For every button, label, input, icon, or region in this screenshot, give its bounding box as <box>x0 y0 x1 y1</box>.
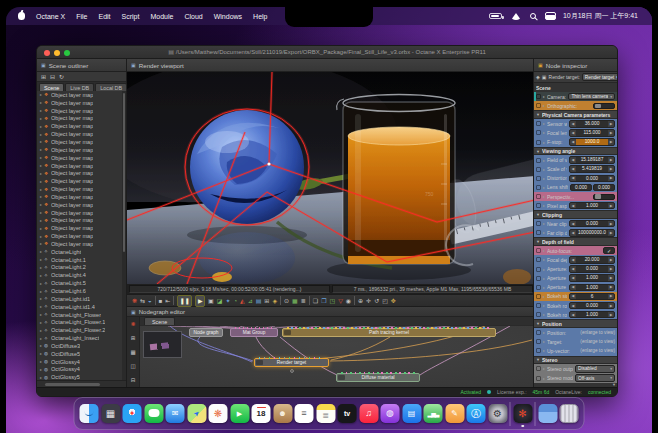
clay-mode-icon[interactable]: ◔ <box>233 296 237 306</box>
outliner-item[interactable]: ▸ Object layer map <box>37 146 122 154</box>
row-caret-icon[interactable]: ▸ <box>543 348 545 353</box>
inspector-row[interactable]: ▼ ▸ Focal length: ◀ 115.000 ▶ 115.000 <box>534 128 617 137</box>
expand-caret-icon[interactable]: ▸ <box>40 132 42 137</box>
scene-outliner-header[interactable]: ▣ Scene outliner <box>37 59 126 72</box>
spin-value[interactable]: 1.000 <box>576 285 608 291</box>
outliner-item[interactable]: ▸ Object layer map <box>37 177 122 185</box>
inspector-row[interactable]: ▼ ▸ Lens shift: ◀ 0.000 ▶ 0.000 <box>534 183 617 192</box>
node-pin-box[interactable] <box>536 230 541 235</box>
spin-control[interactable]: ◀ 0.000 ▶ <box>569 302 615 310</box>
row-caret-icon[interactable]: ▸ <box>543 276 545 281</box>
dock-mail-icon[interactable]: ✉ <box>166 404 185 423</box>
spin-increase-icon[interactable]: ▶ <box>608 231 614 235</box>
node-pin-box[interactable] <box>536 176 541 181</box>
node-pin-box[interactable] <box>536 130 541 135</box>
spin-value[interactable]: 1.000 <box>576 203 608 209</box>
refresh-icon[interactable]: ↻ <box>59 72 64 82</box>
expand-caret-icon[interactable]: ▸ <box>40 226 42 231</box>
outliner-vertical-scrollbar[interactable] <box>122 91 126 380</box>
outliner-item[interactable]: ▸ OctaneLight_Flower.1 <box>37 318 122 326</box>
dock-octane-x-icon[interactable]: ✻ <box>513 404 532 423</box>
node-graph-node[interactable]: Node graph <box>189 328 223 337</box>
spin-control[interactable]: ◀ 0.000 ▶ <box>569 265 615 273</box>
expand-caret-icon[interactable]: ▸ <box>40 336 42 341</box>
outliner-item[interactable]: ▸ Object layer map <box>37 224 122 232</box>
spin-control[interactable]: ◀ 1.000 ▶ <box>569 202 615 210</box>
render-icon[interactable]: ▶ <box>195 295 205 307</box>
node-pin-box[interactable] <box>536 94 541 99</box>
dock-facetime-icon[interactable]: ▶ <box>230 404 249 423</box>
node-pin-box[interactable] <box>536 303 541 308</box>
outliner-tab[interactable]: Live DB <box>65 83 94 91</box>
section-caret-icon[interactable]: ▼ <box>536 112 540 117</box>
node-pin-box[interactable] <box>536 167 541 172</box>
checkbox[interactable]: ✓ <box>603 247 615 254</box>
mat-group-node[interactable]: Mat Group <box>230 328 278 337</box>
restart-icon[interactable]: ⇤ <box>165 296 170 306</box>
node-pin-box[interactable] <box>536 203 541 208</box>
expand-caret-icon[interactable]: ▸ <box>40 367 42 372</box>
outliner-tab[interactable]: Local DB <box>95 83 127 91</box>
spin-control[interactable]: ◀ 36.000 ▶ <box>569 120 615 128</box>
expand-caret-icon[interactable]: ▸ <box>40 257 42 262</box>
control-center-icon[interactable] <box>545 12 554 20</box>
inspector-row[interactable]: ▼ ▸ Perspectiv... ◀ ▶ <box>534 192 617 201</box>
row-caret-icon[interactable]: ▸ <box>543 257 545 262</box>
save-image-icon[interactable]: ❐ <box>321 296 326 306</box>
node-pin-box[interactable] <box>536 294 541 299</box>
spin-control[interactable]: ◀ 0.000 ▶ <box>569 175 615 183</box>
outliner-item[interactable]: ▸ Object layer map <box>37 185 122 193</box>
minimize-button[interactable] <box>54 50 60 56</box>
dock-pages-icon[interactable]: ✎ <box>445 404 464 423</box>
expand-caret-icon[interactable]: ▸ <box>40 155 42 160</box>
spin-value[interactable]: 6 <box>576 294 608 300</box>
expand-caret-icon[interactable]: ▸ <box>40 312 42 317</box>
spin-control[interactable]: ◀ 20.000 ▶ <box>569 256 615 264</box>
row-caret-icon[interactable]: ▸ <box>543 94 545 99</box>
row-caret-icon[interactable]: ▸ <box>543 294 545 299</box>
toggle[interactable] <box>593 103 615 109</box>
row-caret-icon[interactable]: ▸ <box>543 330 545 335</box>
expand-caret-icon[interactable]: ▸ <box>40 108 42 113</box>
ungroup-nodes-icon[interactable]: ⊟ <box>131 375 136 385</box>
inspector-row[interactable]: ▼ ▸ F-stop: ◀ 1000.0 ▶ 1000.0 <box>534 138 617 147</box>
dock-calendar-icon[interactable]: 18 <box>252 404 271 423</box>
inspector-row[interactable]: ▼ ▸ Bokeh rounded: ◀ 1.000 ▶ 1.000 <box>534 310 617 319</box>
dock-appstore-icon[interactable]: Ⓐ <box>467 404 486 423</box>
row-caret-icon[interactable]: ▸ <box>543 194 545 199</box>
inspector-row[interactable]: ▼ ▸ Stereo output: ◀ Disabled ▶ Disabled <box>534 364 617 373</box>
spin-control[interactable]: ◀ 1.000 ▶ <box>569 274 615 282</box>
divider[interactable] <box>280 296 281 305</box>
expand-caret-icon[interactable]: ▸ <box>40 163 42 168</box>
copy-image-icon[interactable]: ❏ <box>313 296 318 306</box>
inspector-row[interactable]: ▼ ▸ Near clip depth: ◀ 0.000 ▶ 0.000 <box>534 219 617 228</box>
objects-icon[interactable]: ⊞ <box>264 296 269 306</box>
spin-increase-icon[interactable]: ▶ <box>608 131 614 135</box>
expand-caret-icon[interactable]: ▸ <box>40 171 42 176</box>
dock-finder-icon[interactable] <box>80 404 99 423</box>
render-log-icon[interactable]: ≣ <box>301 296 306 306</box>
document-proxy-icon[interactable]: ▤ <box>168 49 174 55</box>
subsample-icon[interactable]: ◪ <box>217 296 223 306</box>
node-pin-box[interactable] <box>536 185 541 190</box>
spin-increase-icon[interactable]: ▶ <box>608 222 614 226</box>
expand-caret-icon[interactable]: ▸ <box>40 179 42 184</box>
outliner-item[interactable]: ▸ OctaneLight.4 <box>37 271 122 279</box>
wifi-icon[interactable] <box>511 13 521 20</box>
row-caret-icon[interactable]: ▸ <box>543 376 545 381</box>
expand-caret-icon[interactable]: ▸ <box>40 116 42 121</box>
spin-control[interactable]: ◀ 0.000 ▶ <box>569 220 615 228</box>
section-caret-icon[interactable]: ▼ <box>536 212 540 217</box>
menu-item[interactable]: Octane X <box>36 13 65 20</box>
spin-increase-icon[interactable]: ▶ <box>608 176 614 180</box>
outliner-item[interactable]: ▸ Object layer map <box>37 138 122 146</box>
expand-caret-icon[interactable]: ▸ <box>40 265 42 270</box>
menu-item[interactable]: File <box>76 13 87 20</box>
inspector-row[interactable]: ▼ ▸ Stereo mode: ◀ Off-axis ▶ Off-axis <box>534 373 617 382</box>
dual-field[interactable]: 0.000 0.000 <box>570 184 615 192</box>
film-settings-icon[interactable]: ▦ <box>292 296 298 306</box>
inspector-row[interactable]: ▼ ▸ Clipping ◀ ▶ <box>534 210 617 219</box>
outliner-tab[interactable]: Scene <box>39 83 64 91</box>
spin-value[interactable]: 115.000 <box>576 130 608 136</box>
orbit-tool-icon[interactable]: ↺ <box>374 296 379 306</box>
